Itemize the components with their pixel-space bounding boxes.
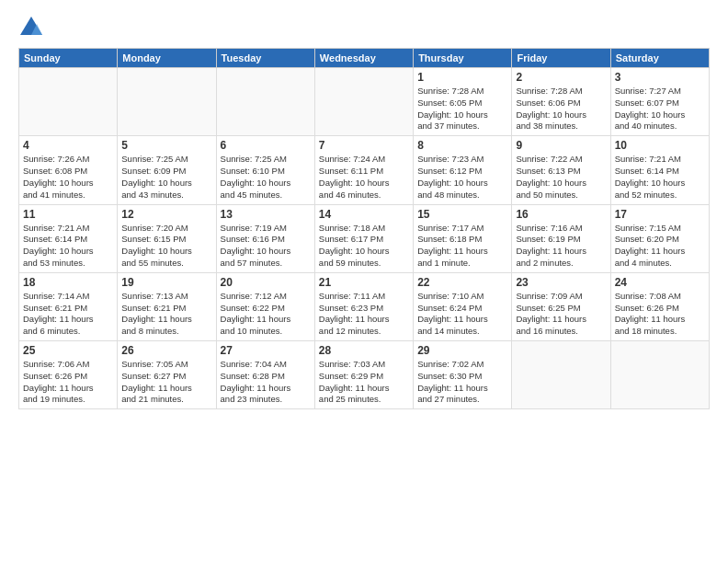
day-number: 20 [221, 276, 311, 289]
day-number: 13 [221, 208, 311, 221]
calendar-week-4: 25Sunrise: 7:06 AMSunset: 6:26 PMDayligh… [19, 341, 710, 409]
calendar-week-3: 18Sunrise: 7:14 AMSunset: 6:21 PMDayligh… [19, 272, 710, 340]
calendar-week-2: 11Sunrise: 7:21 AMSunset: 6:14 PMDayligh… [19, 204, 710, 272]
day-info: Sunrise: 7:11 AMSunset: 6:23 PMDaylight:… [319, 291, 409, 338]
day-info: Sunrise: 7:09 AMSunset: 6:25 PMDaylight:… [516, 291, 606, 338]
calendar-cell: 29Sunrise: 7:02 AMSunset: 6:30 PMDayligh… [414, 341, 512, 409]
calendar-header-saturday: Saturday [610, 49, 709, 68]
day-info: Sunrise: 7:08 AMSunset: 6:26 PMDaylight:… [615, 291, 705, 338]
calendar-header-sunday: Sunday [19, 49, 118, 68]
day-info: Sunrise: 7:25 AMSunset: 6:09 PMDaylight:… [121, 154, 211, 201]
day-number: 15 [417, 208, 507, 221]
day-number: 5 [121, 139, 211, 152]
calendar-week-1: 4Sunrise: 7:26 AMSunset: 6:08 PMDaylight… [19, 136, 710, 204]
day-number: 8 [417, 139, 507, 152]
calendar-table: SundayMondayTuesdayWednesdayThursdayFrid… [18, 48, 710, 409]
calendar-header-row: SundayMondayTuesdayWednesdayThursdayFrid… [19, 49, 710, 68]
page: SundayMondayTuesdayWednesdayThursdayFrid… [0, 0, 728, 563]
calendar-cell: 10Sunrise: 7:21 AMSunset: 6:14 PMDayligh… [610, 136, 709, 204]
day-info: Sunrise: 7:28 AMSunset: 6:05 PMDaylight:… [417, 86, 507, 132]
calendar-cell: 3Sunrise: 7:27 AMSunset: 6:07 PMDaylight… [610, 68, 709, 136]
day-info: Sunrise: 7:06 AMSunset: 6:26 PMDaylight:… [23, 359, 113, 406]
day-info: Sunrise: 7:02 AMSunset: 6:30 PMDaylight:… [417, 359, 507, 406]
calendar-week-0: 1Sunrise: 7:28 AMSunset: 6:05 PMDaylight… [19, 68, 710, 136]
calendar-cell [314, 68, 413, 136]
day-number: 10 [615, 139, 705, 152]
day-info: Sunrise: 7:26 AMSunset: 6:08 PMDaylight:… [23, 154, 113, 201]
calendar-cell: 4Sunrise: 7:26 AMSunset: 6:08 PMDaylight… [19, 136, 118, 204]
calendar-cell: 11Sunrise: 7:21 AMSunset: 6:14 PMDayligh… [19, 204, 118, 272]
day-info: Sunrise: 7:27 AMSunset: 6:07 PMDaylight:… [615, 86, 705, 132]
calendar-cell: 7Sunrise: 7:24 AMSunset: 6:11 PMDaylight… [314, 136, 413, 204]
day-number: 6 [221, 139, 311, 152]
day-number: 2 [516, 71, 606, 84]
day-number: 27 [221, 344, 311, 357]
day-info: Sunrise: 7:16 AMSunset: 6:19 PMDaylight:… [516, 223, 606, 270]
day-number: 22 [417, 276, 507, 289]
day-number: 9 [516, 139, 606, 152]
calendar-cell: 17Sunrise: 7:15 AMSunset: 6:20 PMDayligh… [610, 204, 709, 272]
day-number: 23 [516, 276, 606, 289]
calendar-cell: 14Sunrise: 7:18 AMSunset: 6:17 PMDayligh… [314, 204, 413, 272]
day-info: Sunrise: 7:19 AMSunset: 6:16 PMDaylight:… [221, 223, 311, 270]
logo-icon [18, 15, 44, 40]
day-info: Sunrise: 7:24 AMSunset: 6:11 PMDaylight:… [319, 154, 409, 201]
day-info: Sunrise: 7:28 AMSunset: 6:06 PMDaylight:… [516, 86, 606, 132]
calendar-cell: 20Sunrise: 7:12 AMSunset: 6:22 PMDayligh… [216, 272, 314, 340]
calendar-cell: 24Sunrise: 7:08 AMSunset: 6:26 PMDayligh… [610, 272, 709, 340]
calendar-header-thursday: Thursday [414, 49, 512, 68]
calendar-cell: 2Sunrise: 7:28 AMSunset: 6:06 PMDaylight… [512, 68, 610, 136]
day-number: 26 [121, 344, 211, 357]
day-info: Sunrise: 7:15 AMSunset: 6:20 PMDaylight:… [615, 223, 705, 270]
calendar-header-wednesday: Wednesday [314, 49, 413, 68]
calendar-cell: 18Sunrise: 7:14 AMSunset: 6:21 PMDayligh… [19, 272, 118, 340]
day-info: Sunrise: 7:25 AMSunset: 6:10 PMDaylight:… [221, 154, 311, 201]
day-info: Sunrise: 7:04 AMSunset: 6:28 PMDaylight:… [221, 359, 311, 406]
day-info: Sunrise: 7:05 AMSunset: 6:27 PMDaylight:… [121, 359, 211, 406]
day-number: 1 [417, 71, 507, 84]
calendar-cell: 16Sunrise: 7:16 AMSunset: 6:19 PMDayligh… [512, 204, 610, 272]
day-number: 24 [615, 276, 705, 289]
day-info: Sunrise: 7:23 AMSunset: 6:12 PMDaylight:… [417, 154, 507, 201]
calendar-cell [512, 341, 610, 409]
day-info: Sunrise: 7:10 AMSunset: 6:24 PMDaylight:… [417, 291, 507, 338]
day-number: 18 [23, 276, 113, 289]
calendar-cell: 28Sunrise: 7:03 AMSunset: 6:29 PMDayligh… [314, 341, 413, 409]
calendar-cell: 19Sunrise: 7:13 AMSunset: 6:21 PMDayligh… [118, 272, 216, 340]
calendar-cell: 13Sunrise: 7:19 AMSunset: 6:16 PMDayligh… [216, 204, 314, 272]
calendar-cell: 15Sunrise: 7:17 AMSunset: 6:18 PMDayligh… [414, 204, 512, 272]
day-number: 28 [319, 344, 409, 357]
calendar-cell: 21Sunrise: 7:11 AMSunset: 6:23 PMDayligh… [314, 272, 413, 340]
day-info: Sunrise: 7:12 AMSunset: 6:22 PMDaylight:… [221, 291, 311, 338]
day-number: 21 [319, 276, 409, 289]
day-number: 11 [23, 208, 113, 221]
calendar-cell: 27Sunrise: 7:04 AMSunset: 6:28 PMDayligh… [216, 341, 314, 409]
day-info: Sunrise: 7:14 AMSunset: 6:21 PMDaylight:… [23, 291, 113, 338]
day-info: Sunrise: 7:21 AMSunset: 6:14 PMDaylight:… [615, 154, 705, 201]
calendar-header-friday: Friday [512, 49, 610, 68]
day-info: Sunrise: 7:21 AMSunset: 6:14 PMDaylight:… [23, 223, 113, 270]
calendar-cell: 23Sunrise: 7:09 AMSunset: 6:25 PMDayligh… [512, 272, 610, 340]
day-number: 14 [319, 208, 409, 221]
day-info: Sunrise: 7:17 AMSunset: 6:18 PMDaylight:… [417, 223, 507, 270]
day-number: 7 [319, 139, 409, 152]
day-info: Sunrise: 7:03 AMSunset: 6:29 PMDaylight:… [319, 359, 409, 406]
calendar-cell: 1Sunrise: 7:28 AMSunset: 6:05 PMDaylight… [414, 68, 512, 136]
calendar-header-monday: Monday [118, 49, 216, 68]
calendar-cell: 6Sunrise: 7:25 AMSunset: 6:10 PMDaylight… [216, 136, 314, 204]
day-number: 4 [23, 139, 113, 152]
calendar-cell: 12Sunrise: 7:20 AMSunset: 6:15 PMDayligh… [118, 204, 216, 272]
logo [18, 15, 48, 40]
day-number: 12 [121, 208, 211, 221]
day-info: Sunrise: 7:18 AMSunset: 6:17 PMDaylight:… [319, 223, 409, 270]
calendar-cell: 8Sunrise: 7:23 AMSunset: 6:12 PMDaylight… [414, 136, 512, 204]
calendar-cell [19, 68, 118, 136]
calendar-cell: 25Sunrise: 7:06 AMSunset: 6:26 PMDayligh… [19, 341, 118, 409]
calendar-header-tuesday: Tuesday [216, 49, 314, 68]
calendar-cell [118, 68, 216, 136]
day-info: Sunrise: 7:22 AMSunset: 6:13 PMDaylight:… [516, 154, 606, 201]
calendar-cell [216, 68, 314, 136]
day-number: 17 [615, 208, 705, 221]
day-number: 29 [417, 344, 507, 357]
calendar-cell: 26Sunrise: 7:05 AMSunset: 6:27 PMDayligh… [118, 341, 216, 409]
